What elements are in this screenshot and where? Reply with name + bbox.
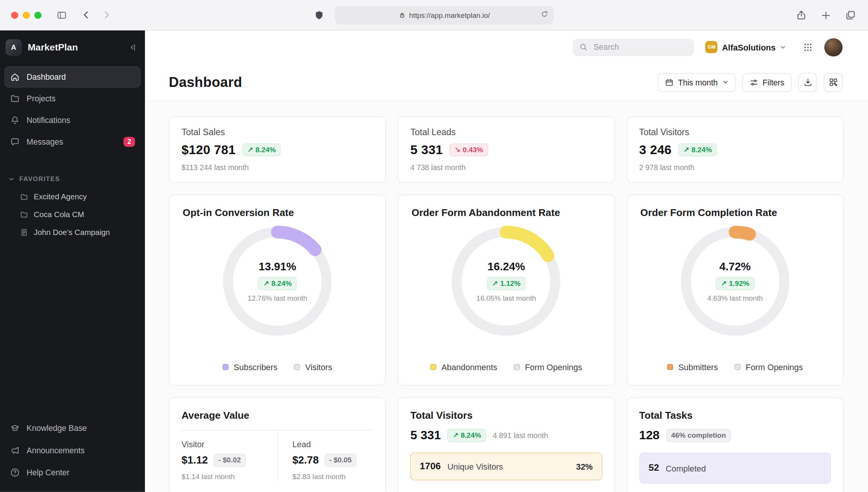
card-title: Total Visitors: [410, 410, 602, 422]
card-title: Average Value: [182, 410, 373, 422]
donut-value: 4.72%: [719, 260, 751, 273]
favorite-item-john-does-campaign[interactable]: John Doe’s Campaign: [5, 224, 141, 241]
browser-sidebar-toggle-icon[interactable]: [57, 10, 67, 20]
sidebar-item-notifications[interactable]: Notifications: [5, 110, 141, 131]
stat-card-total-leads: Total Leads 5 331 ↘ 0.43% 4 738 last mon…: [398, 116, 615, 183]
legend-swatch: [667, 364, 673, 370]
share-icon[interactable]: [796, 10, 807, 20]
donut-subtext: 12.76% last month: [248, 294, 307, 303]
browser-actions: [796, 0, 856, 30]
metric-value: 128: [639, 428, 660, 443]
widgets-button[interactable]: [824, 73, 843, 92]
donut-subtext: 16.05% last month: [476, 294, 536, 303]
collapse-sidebar-icon[interactable]: [128, 43, 137, 52]
reload-icon[interactable]: [540, 10, 549, 18]
change-value: 1.12%: [500, 279, 520, 288]
favorite-item-coca-cola-cm[interactable]: Coca Cola CM: [5, 206, 141, 223]
address-bar[interactable]: https://app.marketplan.io/: [335, 6, 554, 24]
header-actions: This month Filters: [657, 73, 843, 92]
search-box[interactable]: [573, 38, 694, 55]
apps-grid-icon[interactable]: [803, 43, 813, 52]
filters-label: Filters: [763, 78, 785, 87]
trend-up-icon: ↗: [683, 145, 689, 154]
row-percent: 32%: [576, 462, 593, 471]
legend-label: Form Openings: [746, 362, 803, 372]
close-window-button[interactable]: [11, 11, 18, 19]
legend-item: Form Openings: [514, 362, 582, 372]
legend-item: Abandonments: [430, 362, 497, 372]
new-tab-icon[interactable]: [821, 10, 831, 20]
period-select-button[interactable]: This month: [657, 73, 735, 92]
trend-up-icon: ↗: [263, 279, 269, 288]
chevron-down-icon: [8, 176, 14, 182]
legend-swatch: [514, 364, 520, 370]
favorites-list: Excited Agency Coca Cola CM John Doe’s C…: [0, 188, 145, 240]
workspace-selector[interactable]: GM AlfaSolutions: [705, 41, 786, 53]
chart-legend: Abandonments Form Openings: [412, 362, 601, 373]
back-icon[interactable]: [82, 10, 91, 20]
sidebar-item-messages[interactable]: Messages 2: [5, 131, 141, 152]
filters-button[interactable]: Filters: [742, 73, 792, 92]
stats-row: Total Sales $120 781 ↗ 8.24% $113 244 la…: [169, 116, 844, 183]
trend-up-icon: ↗: [721, 279, 727, 288]
minimize-window-button[interactable]: [23, 11, 30, 19]
favorite-item-excited-agency[interactable]: Excited Agency: [5, 188, 141, 205]
change-badge: - $0.05: [324, 454, 357, 467]
sidebar-item-dashboard[interactable]: Dashboard: [5, 66, 141, 87]
filters-icon: [749, 78, 758, 87]
favorites-header[interactable]: FAVORITES: [0, 176, 145, 183]
completed-tasks-row: 52 Completed: [639, 453, 831, 484]
download-button[interactable]: [798, 73, 817, 92]
change-badge: ↗ 1.92%: [716, 277, 755, 290]
sidebar-item-projects[interactable]: Projects: [5, 88, 141, 109]
legend-label: Abandonments: [441, 362, 497, 372]
donut-card-opt-in-conversion: Opt-in Conversion Rate 13.91% ↗ 8.24%: [169, 194, 386, 385]
workspace-name: AlfaSolutions: [722, 43, 775, 52]
row-label: Unique Visitors: [447, 462, 503, 471]
sidebar-item-label: Notifications: [27, 116, 70, 125]
url-text: https://app.marketplan.io/: [409, 11, 490, 19]
search-input[interactable]: [593, 42, 688, 52]
shield-extension-icon[interactable]: [314, 9, 324, 21]
forward-icon[interactable]: [101, 10, 111, 20]
card-title: Order Form Abandonment Rate: [412, 207, 601, 219]
calendar-icon: [665, 78, 673, 87]
row-label: Completed: [666, 464, 706, 473]
app-topbar: GM AlfaSolutions: [145, 30, 868, 64]
stat-value: 5 331: [410, 142, 443, 157]
sidebar-item-announcements[interactable]: Announcements: [5, 440, 141, 461]
folder-icon: [10, 94, 20, 104]
zoom-window-button[interactable]: [34, 11, 41, 19]
sidebar-item-help-center[interactable]: Help Center: [5, 462, 141, 483]
stat-title: Total Leads: [410, 128, 602, 137]
messages-badge: 2: [124, 137, 135, 147]
stat-card-total-visitors: Total Visitors 3 246 ↗ 8.24% 2 978 last …: [626, 116, 844, 183]
screenshot-root: https://app.marketplan.io/ A MarketPlan: [0, 0, 868, 492]
page-header: Dashboard This month Filters: [145, 64, 868, 101]
donut-chart: 4.72% ↗ 1.92% 4.63% last month: [679, 225, 792, 338]
change-badge: ↗ 1.12%: [487, 277, 526, 290]
download-icon: [803, 77, 813, 87]
average-value-card: Average Value Visitor $1.12 - $0.02 $1.1…: [169, 397, 386, 492]
sidebar-item-knowledge-base[interactable]: Knowledge Base: [5, 418, 141, 438]
brand-name: MarketPlan: [28, 42, 78, 53]
page-title: Dashboard: [169, 74, 242, 90]
legend-swatch: [734, 364, 741, 370]
sidebar-item-label: Projects: [27, 94, 55, 103]
favorite-item-label: John Doe’s Campaign: [34, 228, 110, 237]
change-value: 8.24%: [255, 145, 276, 154]
legend-item: Submitters: [667, 362, 718, 372]
favorite-item-label: Coca Cola CM: [34, 210, 84, 219]
completion-badge: 46% completion: [666, 429, 731, 442]
change-badge: - $0.02: [214, 454, 246, 467]
folder-icon: [20, 210, 28, 219]
change-value: 8.24%: [461, 431, 481, 440]
avatar[interactable]: [824, 38, 843, 56]
metric-label: Visitor: [182, 439, 278, 449]
total-tasks-card: Total Tasks 128 46% completion 52 Comple…: [626, 397, 844, 492]
main-area: GM AlfaSolutions Dashboard This month: [145, 30, 868, 492]
tabs-overview-icon[interactable]: [845, 10, 856, 20]
sidebar-item-label: Help Center: [27, 468, 69, 477]
average-value-lead: Lead $2.78 - $0.05 $2.83 last month: [277, 430, 373, 481]
unique-visitors-row: 1706 Unique Visitors 32%: [410, 453, 602, 480]
